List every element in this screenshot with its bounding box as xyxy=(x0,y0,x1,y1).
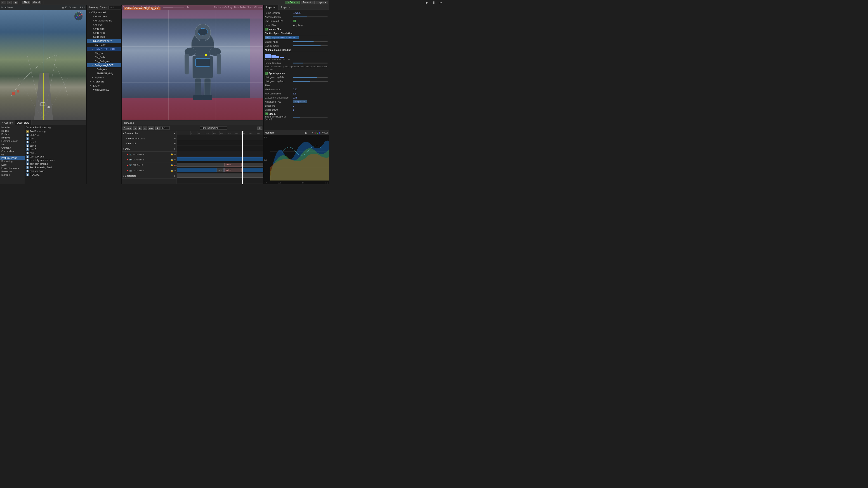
track-dolly[interactable]: ▾ Dolly + xyxy=(122,146,177,152)
timeline-frame-input[interactable] xyxy=(160,126,169,130)
clip-main-camera-4[interactable] xyxy=(177,173,264,177)
inspector-tab-1[interactable]: Inspector xyxy=(264,5,278,10)
track-add-btn[interactable]: + xyxy=(174,147,175,151)
hier-item-characters[interactable]: ▸ Characters xyxy=(87,79,121,84)
scene-gizmos-btn[interactable]: Gizmos xyxy=(68,6,78,9)
track-menu-icon[interactable]: ⋮ xyxy=(169,137,172,140)
preview-btn[interactable]: Preview xyxy=(123,127,132,130)
hier-item-cm-low[interactable]: CM_low close xyxy=(87,14,121,19)
asset-postprocessing-folder[interactable]: 📁 PostProcessing xyxy=(26,130,86,133)
hier-item-cm-tracker[interactable]: CM_tracker behind xyxy=(87,19,121,23)
hier-item-virtual-camera[interactable]: VirtualCamera1 xyxy=(87,88,121,92)
hier-item-dolly-auto-root[interactable]: ▾ Dolly_auto_ROOT xyxy=(87,63,121,67)
tl-play-fwd-btn[interactable]: ⏭ xyxy=(143,127,147,130)
layout-button[interactable]: ▣ xyxy=(13,1,18,4)
scene-tab-label[interactable]: Asset Store xyxy=(1,6,13,9)
sidebar-prefabs[interactable]: Prefabs xyxy=(0,133,25,136)
track-cinemachine-basic[interactable]: Cinemachine basic ⋮ + xyxy=(122,136,177,141)
asset-readme[interactable]: 📄 README xyxy=(26,173,86,176)
asset-post-dolly-auto[interactable]: 📄 post dolly auto xyxy=(26,155,86,158)
clip-track-1[interactable]: ■ 📷 MainCamera 🔒 ≡ ● xyxy=(122,152,177,157)
track-characters[interactable]: ▾ Characters + xyxy=(122,173,177,179)
clip-muted-3[interactable]: Muted xyxy=(224,168,242,172)
hist-log-max-slider[interactable] xyxy=(293,81,328,82)
focus-distance-value[interactable]: 2.42545 xyxy=(293,12,328,14)
track-dot-icon[interactable]: ● xyxy=(176,153,177,156)
motion-blur-checkbox[interactable]: ✓ xyxy=(265,28,268,31)
sidebar-modified[interactable]: Modified xyxy=(0,136,25,139)
hierarchy-create-btn[interactable]: Create xyxy=(99,6,107,8)
use-camera-fov-checkbox[interactable]: ✓ xyxy=(293,20,296,22)
inspector-tab-2[interactable]: Inspector xyxy=(278,5,293,10)
asset-pp-stack[interactable]: 📄 Post Processing Stack xyxy=(26,166,86,169)
tl-record-btn[interactable]: ⏺ xyxy=(155,127,160,130)
sidebar-de[interactable]: de xyxy=(0,153,25,156)
track-lock-icon[interactable]: 🔒 xyxy=(170,153,173,156)
scene-scale-btn[interactable]: ScAll xyxy=(79,6,86,9)
monitors-g-btn[interactable]: G xyxy=(316,131,318,134)
hier-item-cinemachine-dolly[interactable]: ▾ Cinemachine dolly xyxy=(87,39,121,43)
track-record-icon[interactable]: ● xyxy=(174,164,175,166)
timeline-name-field[interactable] xyxy=(200,126,227,130)
track-more-icon[interactable]: ≡ xyxy=(174,169,175,172)
global-button[interactable]: Global xyxy=(32,1,41,4)
asset-post4[interactable]: 📄 post 4 xyxy=(26,144,86,147)
clip-cm-feet[interactable]: CM_Feet xyxy=(217,168,223,172)
monitors-y-btn[interactable]: Y xyxy=(311,131,313,134)
tl-end-btn[interactable]: ⏭⏭ xyxy=(148,127,154,130)
clip-muted-2[interactable]: Muted xyxy=(224,163,242,167)
hier-item-timeline-dolly[interactable]: TIMELINE_dolly xyxy=(87,71,121,75)
tl-play-back-btn[interactable]: ⏮ xyxy=(133,127,137,130)
clip-track-3[interactable]: ■ 📷 CM_Dolly 1 🔒 ● ≡ xyxy=(122,162,177,168)
track-dot-icon[interactable]: ● xyxy=(176,169,177,172)
hier-item-highway[interactable]: ▸ Highway xyxy=(87,75,121,79)
sidebar-am[interactable]: am xyxy=(0,143,25,146)
eye-adapt-checkbox[interactable]: ✓ xyxy=(265,72,268,74)
asset-post6[interactable]: 📄 post 6 xyxy=(26,151,86,155)
aperture-slider[interactable] xyxy=(293,17,328,18)
track-more-icon[interactable]: ≡ xyxy=(174,159,175,161)
tl-playhead[interactable] xyxy=(242,131,243,184)
track-menu-icon[interactable]: ⋮ xyxy=(169,142,172,145)
track-more-icon[interactable]: ≡ xyxy=(174,153,175,156)
sidebar-crantefx[interactable]: CranteFX xyxy=(0,146,25,150)
hier-item-cloud-wide[interactable]: Cloud Wide xyxy=(87,35,121,39)
track-clearshot[interactable]: Clearshot ⋮ + xyxy=(122,141,177,146)
console-tab[interactable]: ≡ Console xyxy=(0,121,15,125)
bloom-checkbox[interactable]: ✓ xyxy=(265,112,268,115)
sidebar-postprocessing[interactable]: PostProcessing xyxy=(0,156,25,160)
track-lock-icon[interactable]: 🔒 xyxy=(170,159,173,161)
shutter-angle-slider[interactable] xyxy=(293,41,328,42)
track-add-sub-btn[interactable]: + xyxy=(174,137,177,140)
asset-post[interactable]: 📄 post xyxy=(26,137,86,140)
clip-main-camera-1[interactable] xyxy=(177,157,264,161)
hier-item-cloud-multi[interactable]: Cloud multi xyxy=(87,27,121,31)
clip-track-4[interactable]: ■ 📷 MainCamera 🔒 ≡ ● xyxy=(122,168,177,173)
asset-post-dolly-red[interactable]: 📄 post dolly auto red pants xyxy=(26,159,86,162)
tl-play-btn[interactable]: ▶ xyxy=(138,127,142,130)
track-lock-icon[interactable]: 🔒 xyxy=(170,169,173,172)
exp-comp-value[interactable]: 0.48 xyxy=(293,96,328,99)
hier-item-dolly-auto[interactable]: Dolly_auto xyxy=(87,67,121,71)
layers-button[interactable]: Layers ▾ xyxy=(315,1,328,4)
max-lum-value[interactable]: 1.6 xyxy=(293,92,328,95)
asset-post-dolly-timeline[interactable]: 📄 post dolly timeline xyxy=(26,162,86,165)
exposure-btn[interactable]: Exposure time = 100% of AT xyxy=(271,36,299,39)
monitors-play-btn[interactable]: ▶ xyxy=(305,131,307,134)
collab-button[interactable]: ⬡ Collab ▾ xyxy=(285,1,300,4)
hist-log-min-slider[interactable] xyxy=(293,77,328,78)
hier-item-cm-wide[interactable]: CM_wide xyxy=(87,23,121,27)
sidebar-editor-resources[interactable]: Editor Resources xyxy=(0,166,25,170)
tl-settings-btn[interactable]: ⚙ xyxy=(257,127,262,130)
track-add-sub-btn[interactable]: + xyxy=(174,142,177,145)
track-add-btn[interactable]: + xyxy=(174,132,175,135)
hier-item-cloud-head[interactable]: Cloud Head xyxy=(87,31,121,35)
hier-item-cm-feet[interactable]: CM_Feet xyxy=(87,51,121,55)
adapt-type-value[interactable]: Progressive xyxy=(293,100,307,103)
asset-post5[interactable]: 📄 post 5 xyxy=(26,148,86,151)
full-btn[interactable]: Full xyxy=(265,36,271,39)
speed-up-value[interactable]: 2 xyxy=(293,105,328,107)
asset-store-tab[interactable]: Asset Store xyxy=(15,121,32,125)
hier-item-cm-body[interactable]: CM_Body xyxy=(87,55,121,59)
sidebar-resources[interactable]: Resources xyxy=(0,170,25,173)
